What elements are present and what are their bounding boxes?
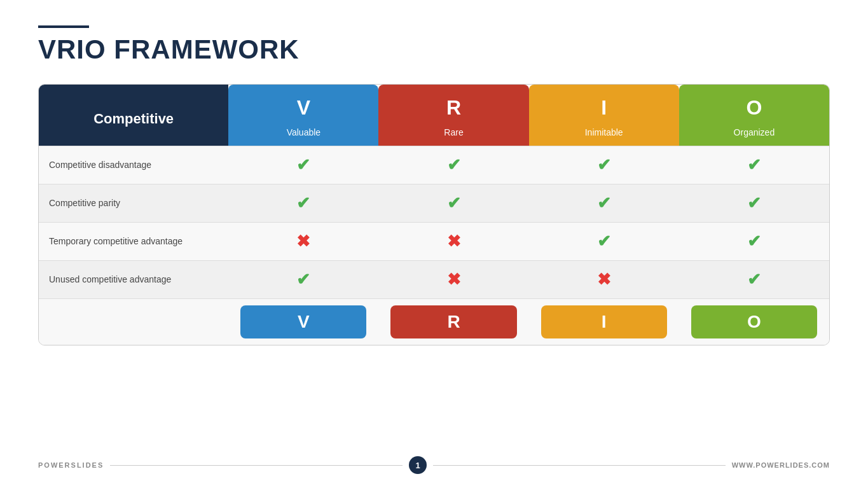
cell-v: ✔ [228,184,378,222]
slide: VRIO FRAMEWORK Competitive V R I O Valua… [0,0,868,488]
header-v-letter: V [228,85,378,123]
footer-row: V R I O [39,298,829,345]
row-label: Temporary competitive advantage [39,222,228,260]
footer-label-cell [39,298,228,345]
header-r-sublabel: Rare [378,123,528,146]
footer-o-btn: O [691,305,817,338]
table-row: Competitive parity ✔ ✔ ✔ ✔ [39,184,829,222]
footer-r-btn: R [390,305,516,338]
cell-o: ✔ [679,184,829,222]
page-number: 1 [409,456,427,474]
cell-r: ✖ [378,260,528,298]
header-competitive-cell: Competitive [39,85,228,146]
branding-left: POWERSLIDES [38,461,403,469]
cell-r: ✔ [378,184,528,222]
table-row: Competitive disadvantage ✔ ✔ ✔ ✔ [39,146,829,184]
cell-o: ✔ [679,222,829,260]
footer-o-cell: O [679,298,829,345]
cell-i: ✔ [529,184,679,222]
table-row: Unused competitive advantage ✔ ✖ ✖ ✔ [39,260,829,298]
footer-i-cell: I [529,298,679,345]
header-letter-row: Competitive V R I O [39,85,829,123]
table-row: Temporary competitive advantage ✖ ✖ ✔ ✔ [39,222,829,260]
header-i-sublabel: Inimitable [529,123,679,146]
cell-i: ✔ [529,146,679,184]
cell-v: ✖ [228,222,378,260]
branding-right: WWW.POWERLIDES.COM [433,461,830,469]
footer-r-cell: R [378,298,528,345]
row-label: Unused competitive advantage [39,260,228,298]
cell-r: ✖ [378,222,528,260]
header-i-letter: I [529,85,679,123]
cell-i: ✔ [529,222,679,260]
footer-i-btn: I [541,305,667,338]
footer-v-btn: V [240,305,366,338]
cell-r: ✔ [378,146,528,184]
cell-v: ✔ [228,260,378,298]
cell-v: ✔ [228,146,378,184]
title-bar: VRIO FRAMEWORK [38,25,830,65]
header-r-letter: R [378,85,528,123]
title-line [38,25,89,28]
bottom-line-right [433,465,726,466]
vrio-table: Competitive V R I O Valuable Rare Inimit… [38,84,830,345]
header-o-letter: O [679,85,829,123]
cell-o: ✔ [679,260,829,298]
cell-i: ✖ [529,260,679,298]
header-o-sublabel: Organized [679,123,829,146]
header-v-sublabel: Valuable [228,123,378,146]
bottom-line-left [110,465,403,466]
footer-v-cell: V [228,298,378,345]
cell-o: ✔ [679,146,829,184]
page-title: VRIO FRAMEWORK [38,34,830,65]
bottom-bar: POWERSLIDES 1 WWW.POWERLIDES.COM [38,456,830,474]
row-label: Competitive parity [39,184,228,222]
row-label: Competitive disadvantage [39,146,228,184]
